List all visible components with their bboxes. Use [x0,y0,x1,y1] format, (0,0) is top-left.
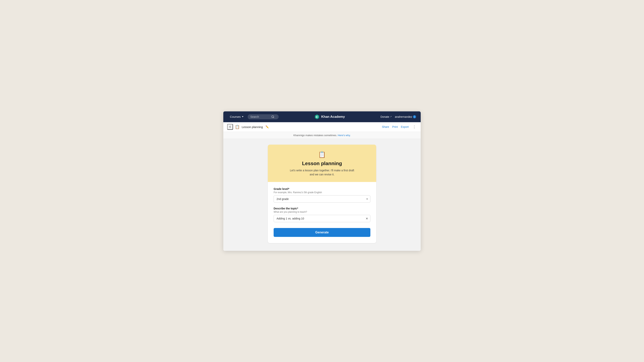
share-button[interactable]: Share [382,125,389,128]
breadcrumb-page-icon: 📋 [235,124,240,129]
grade-level-label: Grade level* [274,187,370,190]
search-bar[interactable] [248,114,279,119]
notice-text: Khanmigo makes mistakes sometimes. [293,134,337,137]
back-arrow-icon [228,125,232,129]
topic-label: Describe the topic* [274,207,370,210]
breadcrumb-title: Lesson planning [242,125,263,129]
courses-label: Courses [230,115,241,118]
logo: K Khan Academy [281,114,378,119]
breadcrumb-bar: 📋 Lesson planning ✏️ Share Print Export … [223,122,421,132]
print-button[interactable]: Print [392,125,398,128]
grade-select-wrapper: Kindergarten 1st grade 2nd grade 3rd gra… [274,195,370,203]
breadcrumb-right: Share Print Export ⋮ [382,124,417,130]
export-button[interactable]: Export [401,125,409,128]
nav-right: Donate ↗ anahernandez 1 [380,115,416,118]
courses-menu[interactable]: Courses [228,114,245,119]
user-menu[interactable]: anahernandez 1 [395,115,416,118]
topic-group: Describe the topic* What are you plannin… [274,207,370,222]
browser-window: Courses K Khan Academy Donate ↗ anaherna… [223,111,421,251]
breadcrumb-left: 📋 Lesson planning ✏️ [227,124,269,130]
external-link-icon: ↗ [390,115,392,118]
lesson-planning-card: 📋 Lesson planning Let's write a lesson p… [268,145,376,243]
edit-icon[interactable]: ✏️ [266,125,269,128]
back-button[interactable] [227,124,233,130]
grade-select[interactable]: Kindergarten 1st grade 2nd grade 3rd gra… [274,195,370,203]
close-icon [365,217,368,220]
logo-text: Khan Academy [321,115,345,119]
grade-level-hint: For example, Mrs. Ramirez's 5th grade En… [274,191,370,194]
card-header: 📋 Lesson planning Let's write a lesson p… [268,145,376,182]
card-body: Grade level* For example, Mrs. Ramirez's… [268,182,376,243]
svg-text:K: K [316,116,318,118]
more-options-button[interactable]: ⋮ [412,124,417,130]
notification-badge: 1 [413,115,416,118]
svg-line-1 [274,117,274,118]
khan-academy-logo-icon: K [314,114,320,119]
card-title: Lesson planning [272,160,372,166]
card-header-icon: 📋 [272,151,372,158]
notice-bar: Khanmigo makes mistakes sometimes. Here'… [223,132,421,139]
donate-button[interactable]: Donate ↗ [380,115,392,118]
search-input[interactable] [250,115,270,118]
notice-link[interactable]: Here's why. [338,134,351,137]
svg-point-0 [272,116,274,118]
clear-topic-button[interactable] [365,217,368,220]
topic-input[interactable] [274,215,370,222]
generate-button[interactable]: Generate [274,228,370,237]
courses-chevron-icon [242,116,244,117]
card-subtitle: Let's write a lesson plan together. I'll… [272,168,372,177]
search-icon [271,115,274,118]
main-content: 📋 Lesson planning Let's write a lesson p… [223,139,421,251]
topic-input-wrapper [274,215,370,222]
grade-level-group: Grade level* For example, Mrs. Ramirez's… [274,187,370,203]
navbar: Courses K Khan Academy Donate ↗ anaherna… [223,111,421,122]
topic-hint: What are you planning to teach? [274,211,370,213]
